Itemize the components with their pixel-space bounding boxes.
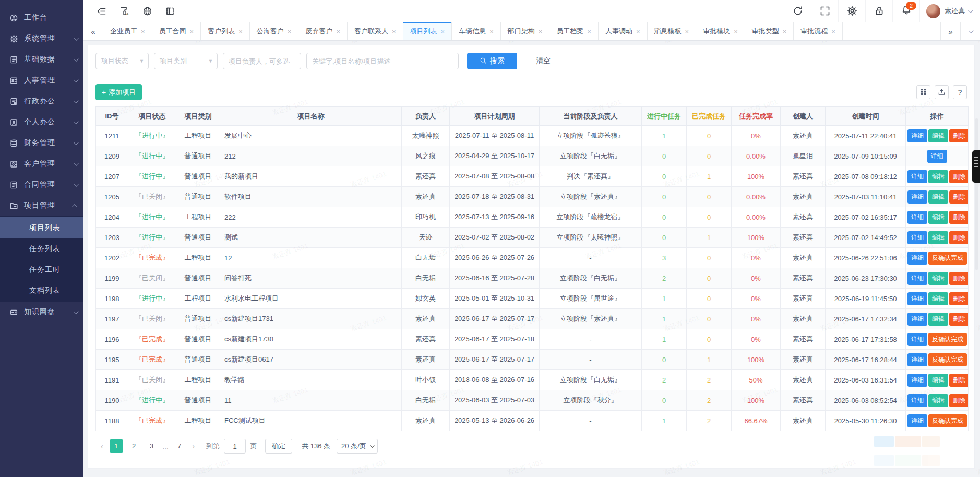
delete-button[interactable]: 删除 — [949, 374, 969, 387]
bell-icon[interactable]: 2 — [892, 0, 919, 22]
detail-button[interactable]: 详细 — [907, 272, 927, 285]
edit-button[interactable]: 编辑 — [928, 170, 948, 183]
detail-button[interactable]: 详细 — [907, 292, 927, 305]
detail-button[interactable]: 详细 — [927, 150, 947, 163]
help-icon[interactable]: ? — [953, 85, 967, 99]
settings-gear-icon[interactable] — [838, 0, 865, 22]
sidebar-item-admin-office[interactable]: 行政办公 — [0, 91, 83, 112]
close-icon[interactable]: × — [336, 28, 340, 35]
unconfirm-button[interactable]: 反确认完成 — [928, 353, 967, 366]
tab[interactable]: 审批类型× — [745, 22, 794, 40]
edit-button[interactable]: 编辑 — [928, 394, 948, 407]
tab[interactable]: 企业员工× — [103, 22, 152, 40]
detail-button[interactable]: 详细 — [907, 374, 927, 387]
detail-button[interactable]: 详细 — [907, 129, 927, 142]
page-button[interactable]: 3 — [145, 439, 159, 453]
detail-button[interactable]: 详细 — [907, 231, 927, 244]
delete-button[interactable]: 删除 — [949, 394, 969, 407]
sidebar-subitem-task-list[interactable]: 任务列表 — [0, 238, 83, 259]
tabs-scroll-left-icon[interactable]: « — [83, 22, 103, 40]
goto-page-input[interactable] — [224, 439, 246, 454]
keyword-input[interactable] — [306, 53, 459, 69]
close-icon[interactable]: × — [441, 28, 445, 35]
detail-button[interactable]: 详细 — [907, 190, 927, 204]
delete-button[interactable]: 删除 — [949, 170, 969, 183]
sidebar-item-contract[interactable]: 合同管理 — [0, 174, 83, 195]
confirm-button[interactable]: 确定 — [265, 439, 292, 454]
column-settings-icon[interactable] — [916, 85, 930, 99]
close-icon[interactable]: × — [238, 28, 243, 35]
clear-button[interactable]: 清空 — [536, 56, 551, 66]
sidebar-subitem-doc-list[interactable]: 文档列表 — [0, 280, 83, 301]
add-project-button[interactable]: + 添加项目 — [95, 84, 142, 100]
side-handle[interactable] — [972, 150, 980, 183]
sidebar-item-personal-office[interactable]: 个人办公 — [0, 112, 83, 133]
edit-button[interactable]: 编辑 — [928, 374, 948, 387]
tab[interactable]: 消息模板× — [648, 22, 697, 40]
tab[interactable]: 员工档案× — [549, 22, 599, 40]
detail-button[interactable]: 详细 — [907, 414, 927, 427]
close-icon[interactable]: × — [831, 28, 835, 35]
globe-icon[interactable] — [136, 0, 159, 22]
detail-button[interactable]: 详细 — [907, 252, 927, 265]
page-button[interactable]: 7 — [173, 439, 186, 453]
sidebar-item-knowledge[interactable]: 知识网盘 — [0, 302, 83, 323]
edit-button[interactable]: 编辑 — [928, 292, 948, 305]
close-icon[interactable]: × — [587, 28, 591, 35]
tabs-scroll-right-icon[interactable]: » — [940, 22, 960, 40]
detail-button[interactable]: 详细 — [907, 170, 927, 183]
delete-button[interactable]: 删除 — [949, 211, 969, 224]
close-icon[interactable]: × — [783, 28, 787, 35]
sidebar-item-finance[interactable]: 财务管理 — [0, 133, 83, 153]
sidebar-item-system[interactable]: 系统管理 — [0, 28, 83, 49]
close-icon[interactable]: × — [392, 28, 396, 35]
sidebar-item-project[interactable]: 项目管理 — [0, 195, 83, 216]
page-size-select[interactable]: 20 条/页 — [337, 439, 378, 454]
close-icon[interactable]: × — [539, 28, 543, 35]
tabs-menu-icon[interactable] — [960, 22, 980, 40]
delete-button[interactable]: 删除 — [949, 272, 969, 285]
edit-button[interactable]: 编辑 — [928, 190, 948, 204]
delete-button[interactable]: 删除 — [949, 129, 969, 142]
page-button[interactable]: 2 — [127, 439, 141, 453]
fullscreen-icon[interactable] — [811, 0, 838, 22]
next-page-icon[interactable]: › — [188, 442, 199, 450]
page-button[interactable]: 1 — [110, 439, 123, 453]
unconfirm-button[interactable]: 反确认完成 — [928, 414, 967, 427]
project-category-select[interactable]: 项目类别▼ — [154, 53, 218, 69]
tab[interactable]: 审批模块× — [696, 22, 745, 40]
close-icon[interactable]: × — [489, 28, 494, 35]
edit-button[interactable]: 编辑 — [928, 129, 948, 142]
tab[interactable]: 废弃客户× — [298, 22, 348, 40]
detail-button[interactable]: 详细 — [907, 211, 927, 224]
tab[interactable]: 部门架构× — [501, 22, 550, 40]
close-icon[interactable]: × — [190, 28, 194, 35]
close-icon[interactable]: × — [636, 28, 640, 35]
unconfirm-button[interactable]: 反确认完成 — [928, 252, 967, 265]
tab[interactable]: 客户联系人× — [348, 22, 403, 40]
detail-button[interactable]: 详细 — [907, 313, 927, 326]
edit-button[interactable]: 编辑 — [928, 211, 948, 224]
refresh-icon[interactable] — [784, 0, 811, 22]
format-brush-icon[interactable]: A — [113, 0, 136, 22]
detail-button[interactable]: 详细 — [907, 333, 927, 346]
edit-button[interactable]: 编辑 — [928, 231, 948, 244]
sidebar-item-base-data[interactable]: 基础数据 — [0, 49, 83, 70]
project-owner-input[interactable] — [223, 53, 301, 69]
sidebar-item-hr[interactable]: 人事管理 — [0, 70, 83, 91]
layout-grid-icon[interactable] — [159, 0, 182, 22]
sidebar-item-workbench[interactable]: 工作台 — [0, 7, 83, 28]
collapse-menu-icon[interactable] — [90, 0, 113, 22]
unconfirm-button[interactable]: 反确认完成 — [928, 333, 967, 346]
delete-button[interactable]: 删除 — [949, 313, 969, 326]
tab[interactable]: 审批流程× — [794, 22, 843, 40]
search-button[interactable]: 搜索 — [467, 53, 517, 69]
edit-button[interactable]: 编辑 — [928, 272, 948, 285]
delete-button[interactable]: 删除 — [949, 190, 969, 204]
detail-button[interactable]: 详细 — [907, 394, 927, 407]
close-icon[interactable]: × — [685, 28, 689, 35]
delete-button[interactable]: 删除 — [949, 231, 969, 244]
close-icon[interactable]: × — [141, 28, 145, 35]
scrollbar-thumb[interactable] — [975, 118, 978, 270]
prev-page-icon[interactable]: ‹ — [97, 442, 107, 450]
